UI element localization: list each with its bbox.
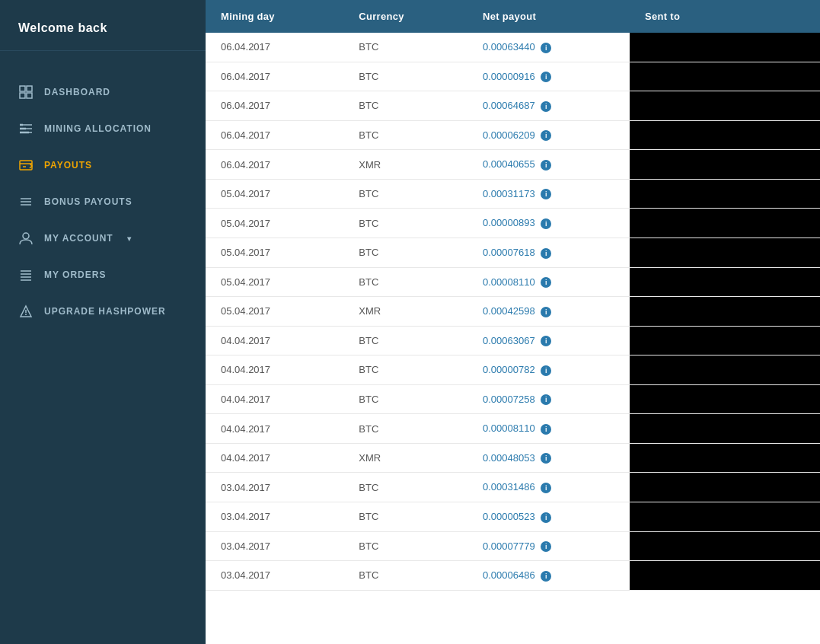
account-dropdown-arrow: ▾ [127,234,132,243]
cell-net-payout: 0.00000916 i [467,62,630,91]
table-row: 03.04.2017BTC0.00031486 i [206,473,820,502]
info-icon[interactable]: i [541,365,551,376]
bonus-payouts-label: BONUS PAYOUTS [44,196,132,207]
cell-sent-to [630,91,820,121]
table-row: 05.04.2017BTC0.00007618 i [206,238,820,267]
sidebar-item-my-account[interactable]: MY ACCOUNT ▾ [0,220,206,257]
cell-sent-to [630,209,820,238]
table-row: 05.04.2017BTC0.00000893 i [206,209,820,238]
info-icon[interactable]: i [541,248,551,259]
sidebar-item-payouts[interactable]: PAYOUTS [0,147,206,183]
cell-net-payout: 0.00064687 i [467,91,630,121]
info-icon[interactable]: i [541,160,551,171]
payouts-label: PAYOUTS [44,160,92,171]
info-icon[interactable]: i [541,541,551,552]
cell-currency: BTC [343,561,467,591]
cell-net-payout: 0.00007618 i [467,238,630,267]
info-icon[interactable]: i [541,43,551,53]
info-icon[interactable]: i [541,130,551,141]
cell-currency: BTC [343,355,467,385]
cell-sent-to [630,179,820,209]
info-icon[interactable]: i [541,483,551,493]
cell-sent-to [630,531,820,561]
col-net-payout: Net payout [467,0,630,33]
payouts-icon [18,158,34,173]
table-row: 06.04.2017BTC0.00006209 i [206,120,820,150]
info-icon[interactable]: i [541,101,551,112]
info-icon[interactable]: i [541,72,551,82]
info-icon[interactable]: i [541,218,551,229]
cell-currency: BTC [343,326,467,355]
info-icon[interactable]: i [541,336,551,346]
cell-sent-to [630,150,820,180]
cell-currency: BTC [343,209,467,238]
cell-currency: BTC [343,414,467,444]
cell-currency: XMR [343,150,467,180]
bonus-icon [18,194,34,209]
payouts-table-container: Mining day Currency Net payout Sent to 0… [206,0,820,644]
info-icon[interactable]: i [541,571,551,582]
cell-date: 05.04.2017 [206,267,343,297]
cell-net-payout: 0.00008110 i [467,267,630,297]
cell-sent-to [630,473,820,502]
svg-rect-1 [27,86,32,91]
cell-date: 05.04.2017 [206,209,343,238]
cell-date: 04.04.2017 [206,326,343,355]
info-icon[interactable]: i [541,394,551,405]
sidebar-item-dashboard[interactable]: DASHBOARD [0,74,206,110]
col-mining-day: Mining day [206,0,343,33]
cell-date: 03.04.2017 [206,531,343,561]
cell-net-payout: 0.00008110 i [467,414,630,444]
cell-date: 06.04.2017 [206,33,343,62]
my-orders-label: MY ORDERS [44,269,106,280]
sidebar-item-mining-allocation[interactable]: MINING ALLOCATION [0,110,206,147]
info-icon[interactable]: i [541,307,551,317]
table-row: 03.04.2017BTC0.00000523 i [206,502,820,532]
cell-date: 04.04.2017 [206,384,343,414]
table-row: 06.04.2017BTC0.00063440 i [206,33,820,62]
svg-rect-2 [20,93,25,98]
sidebar-item-bonus-payouts[interactable]: BONUS PAYOUTS [0,183,206,220]
table-row: 04.04.2017BTC0.00063067 i [206,326,820,355]
cell-currency: BTC [343,502,467,532]
info-icon[interactable]: i [541,453,551,464]
col-currency: Currency [343,0,467,33]
orders-icon [18,267,34,282]
table-row: 03.04.2017BTC0.00006486 i [206,561,820,591]
cell-date: 03.04.2017 [206,561,343,591]
cell-date: 05.04.2017 [206,179,343,209]
cell-sent-to [630,384,820,414]
cell-net-payout: 0.00048053 i [467,443,630,473]
dashboard-icon [18,84,34,100]
info-icon[interactable]: i [541,189,551,199]
cell-sent-to [630,561,820,591]
sidebar: Welcome back DASHBOARD [0,0,206,644]
cell-currency: BTC [343,179,467,209]
cell-net-payout: 0.00006486 i [467,561,630,591]
info-icon[interactable]: i [541,512,551,523]
cell-date: 03.04.2017 [206,502,343,532]
cell-sent-to [630,502,820,532]
sidebar-item-upgrade-hashpower[interactable]: UPGRADE HASHPOWER [0,293,206,330]
cell-net-payout: 0.00000893 i [467,209,630,238]
cell-currency: BTC [343,473,467,502]
table-row: 04.04.2017BTC0.00000782 i [206,355,820,385]
cell-sent-to [630,326,820,355]
cell-currency: BTC [343,120,467,150]
upgrade-hashpower-label: UPGRADE HASHPOWER [44,306,166,317]
col-sent-to: Sent to [630,0,820,33]
table-row: 03.04.2017BTC0.00007779 i [206,531,820,561]
cell-net-payout: 0.00007779 i [467,531,630,561]
info-icon[interactable]: i [541,277,551,288]
cell-net-payout: 0.00000782 i [467,355,630,385]
mining-icon [18,121,34,136]
svg-point-23 [25,314,27,315]
sidebar-item-my-orders[interactable]: MY ORDERS [0,257,206,293]
cell-date: 04.04.2017 [206,414,343,444]
cell-sent-to [630,267,820,297]
sidebar-navigation: DASHBOARD MINING ALLOCATION [0,66,206,337]
cell-date: 06.04.2017 [206,150,343,180]
payouts-table: Mining day Currency Net payout Sent to 0… [206,0,820,591]
cell-date: 05.04.2017 [206,238,343,267]
info-icon[interactable]: i [541,424,551,435]
